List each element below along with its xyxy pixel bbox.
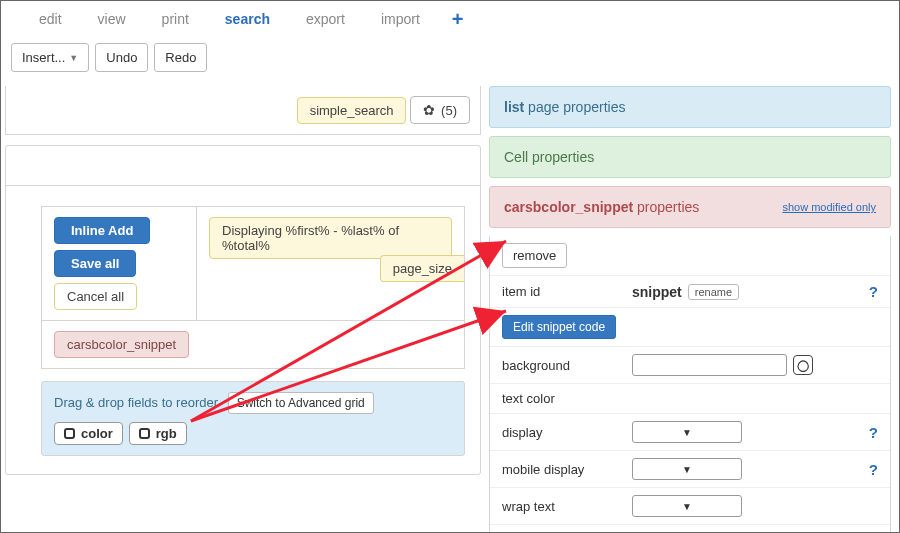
handle-icon: [139, 428, 150, 439]
grid-inner: Inline Add Save all Cancel all Displayin…: [41, 206, 465, 369]
page-size-chip[interactable]: page_size: [380, 255, 464, 282]
color-picker-button[interactable]: ◯: [793, 355, 813, 375]
settings-button[interactable]: ✿ (5): [410, 96, 470, 124]
undo-button[interactable]: Undo: [95, 43, 148, 72]
rename-button[interactable]: rename: [688, 284, 739, 300]
help-icon[interactable]: ?: [869, 424, 878, 441]
field-chip-color[interactable]: color: [54, 422, 123, 445]
dnd-title: Drag & drop fields to reorder: [54, 395, 218, 410]
settings-count: (5): [441, 103, 457, 118]
tab-search[interactable]: search: [207, 7, 288, 31]
help-icon[interactable]: ?: [869, 283, 878, 300]
field-chip-rgb[interactable]: rgb: [129, 422, 187, 445]
handle-icon: [64, 428, 75, 439]
show-modified-link[interactable]: show modified only: [782, 201, 876, 213]
prop-text-color: text color: [490, 384, 890, 414]
insert-label: Insert...: [22, 50, 65, 65]
background-input[interactable]: [632, 354, 787, 376]
canvas-area: simple_search ✿ (5) Inline Add Save all …: [1, 86, 489, 533]
properties-panel: remove item id snippet rename ? Edit sni…: [489, 236, 891, 533]
tab-print[interactable]: print: [144, 7, 207, 31]
chevron-down-icon: ▼: [69, 53, 78, 63]
cancel-all-button[interactable]: Cancel all: [54, 283, 137, 310]
prop-wrap: wrap text ▼: [490, 488, 890, 525]
tab-export[interactable]: export: [288, 7, 363, 31]
display-select[interactable]: ▼: [632, 421, 742, 443]
insert-menu[interactable]: Insert... ▼: [11, 43, 89, 72]
prop-background: background ◯: [490, 347, 890, 384]
gear-icon: ✿: [423, 102, 435, 118]
search-strip: simple_search ✿ (5): [5, 86, 481, 135]
mobile-display-select[interactable]: ▼: [632, 458, 742, 480]
item-id-value: snippet: [632, 284, 682, 300]
switch-grid-button[interactable]: Switch to Advanced grid: [228, 392, 374, 414]
prop-display: display ▼ ?: [490, 414, 890, 451]
save-all-button[interactable]: Save all: [54, 250, 136, 277]
tab-edit[interactable]: edit: [21, 7, 80, 31]
prop-italic: italic ▼: [490, 525, 890, 533]
fields-reorder-panel: Drag & drop fields to reorder Switch to …: [41, 381, 465, 456]
wrap-select[interactable]: ▼: [632, 495, 742, 517]
remove-button[interactable]: remove: [502, 243, 567, 268]
list-properties-header[interactable]: list page properties: [489, 86, 891, 128]
toolbar: Insert... ▼ Undo Redo: [1, 35, 899, 86]
snippet-properties-header[interactable]: carsbcolor_snippet properties show modif…: [489, 186, 891, 228]
displaying-chip[interactable]: Displaying %first% - %last% of %total%: [209, 217, 452, 259]
snippet-chip[interactable]: carsbcolor_snippet: [54, 331, 189, 358]
tab-view[interactable]: view: [80, 7, 144, 31]
cell-properties-header[interactable]: Cell properties: [489, 136, 891, 178]
edit-snippet-code-button[interactable]: Edit snippet code: [502, 315, 616, 339]
add-tab-button[interactable]: +: [438, 8, 478, 31]
simple-search-chip[interactable]: simple_search: [297, 97, 407, 124]
prop-item-id: item id snippet rename ?: [490, 276, 890, 308]
top-tabs: edit view print search export import +: [1, 1, 899, 35]
inline-add-button[interactable]: Inline Add: [54, 217, 150, 244]
redo-button[interactable]: Redo: [154, 43, 207, 72]
tab-import[interactable]: import: [363, 7, 438, 31]
grid-panel: Inline Add Save all Cancel all Displayin…: [5, 145, 481, 475]
help-icon[interactable]: ?: [869, 461, 878, 478]
properties-area: list page properties Cell properties car…: [489, 86, 899, 533]
prop-mobile-display: mobile display ▼ ?: [490, 451, 890, 488]
